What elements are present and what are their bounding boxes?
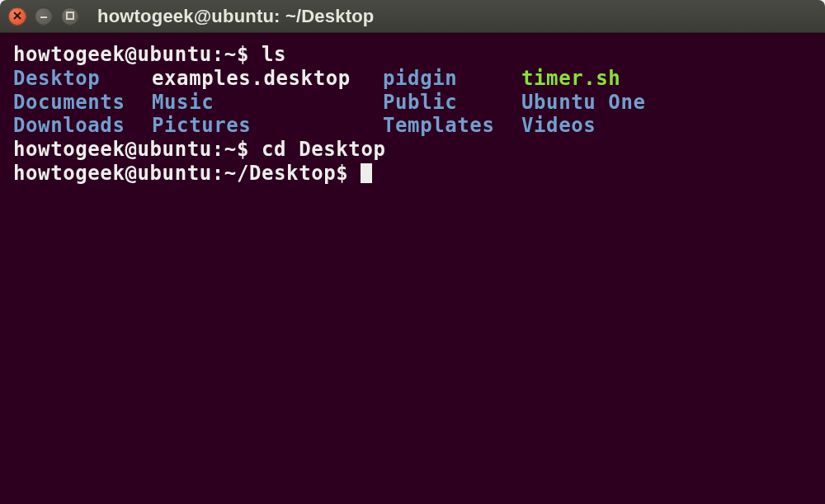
window-controls [8, 7, 79, 26]
minimize-button[interactable] [35, 7, 53, 26]
ls-entry-dir: Music [152, 91, 383, 115]
ls-entry-dir: Pictures [152, 114, 383, 138]
prompt: howtogeek@ubuntu:~$ [13, 138, 262, 161]
close-button[interactable] [8, 7, 26, 26]
window-title: howtogeek@ubuntu: ~/Desktop [97, 6, 374, 27]
ls-entry-dir: Desktop [13, 67, 152, 91]
ls-output-row: Documents Music Public Ubuntu One [13, 91, 812, 115]
ls-entry-file: examples.desktop [152, 67, 383, 91]
ls-output-row: Downloads Pictures Templates Videos [13, 114, 812, 138]
maximize-icon [65, 8, 75, 24]
close-icon [12, 8, 22, 24]
ls-entry-exe: timer.sh [521, 67, 620, 91]
command: cd Desktop [262, 138, 386, 161]
ls-entry-dir: Documents [13, 91, 152, 115]
svg-rect-3 [67, 12, 73, 19]
maximize-button[interactable] [61, 7, 79, 26]
cursor-block [361, 163, 372, 183]
ls-output-row: Desktop examples.desktop pidgin timer.sh [13, 67, 812, 91]
ls-entry-dir: Ubuntu One [521, 91, 646, 115]
command: ls [262, 43, 286, 66]
prompt: howtogeek@ubuntu:~/Desktop$ [13, 162, 361, 185]
terminal-line: howtogeek@ubuntu:~/Desktop$ [13, 162, 812, 186]
ls-entry-dir: Templates [383, 114, 521, 138]
ls-entry-dir: Videos [521, 114, 596, 138]
terminal-line: howtogeek@ubuntu:~$ cd Desktop [13, 138, 812, 162]
titlebar[interactable]: howtogeek@ubuntu: ~/Desktop [0, 0, 825, 33]
terminal-line: howtogeek@ubuntu:~$ ls [13, 43, 812, 67]
terminal-window: howtogeek@ubuntu: ~/Desktop howtogeek@ub… [0, 0, 825, 504]
minimize-icon [39, 8, 49, 24]
terminal-body[interactable]: howtogeek@ubuntu:~$ ls Desktop examples.… [0, 33, 825, 504]
ls-entry-dir: pidgin [383, 67, 521, 91]
prompt: howtogeek@ubuntu:~$ [13, 43, 262, 66]
ls-entry-dir: Downloads [13, 114, 152, 138]
ls-entry-dir: Public [383, 91, 521, 115]
